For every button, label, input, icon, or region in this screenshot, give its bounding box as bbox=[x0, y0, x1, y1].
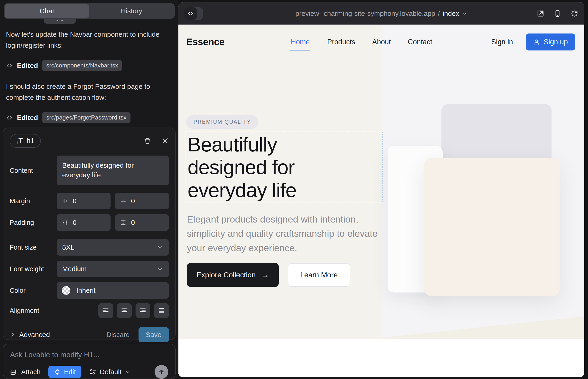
preview-header: preview--charming-site-symphony.lovable.… bbox=[178, 2, 584, 25]
margin-x-input[interactable]: 0 bbox=[57, 193, 110, 209]
margin-vertical-icon bbox=[120, 198, 127, 204]
hero-description: Elegant products designed with intention… bbox=[187, 212, 389, 255]
color-label: Color bbox=[10, 287, 57, 294]
font-weight-label: Font weight bbox=[10, 265, 57, 273]
site-nav: Home Products About Contact bbox=[290, 25, 432, 59]
font-weight-select[interactable]: Medium bbox=[57, 261, 169, 277]
align-right-button[interactable] bbox=[136, 303, 150, 318]
chat-message-list: Now let's update the Navbar component to… bbox=[0, 19, 178, 125]
edited-file-row: Edited src/components/Navbar.tsx bbox=[6, 60, 172, 71]
tab-history[interactable]: History bbox=[89, 4, 174, 18]
margin-horizontal-icon bbox=[62, 198, 68, 204]
content-input[interactable]: Beautifully designed for everyday life bbox=[57, 156, 169, 185]
save-button[interactable]: Save bbox=[139, 327, 169, 342]
advanced-toggle[interactable]: Advanced bbox=[10, 331, 50, 339]
padding-vertical-icon bbox=[120, 219, 127, 226]
font-size-select[interactable]: 5XL bbox=[57, 239, 169, 255]
preview-site: Essence Home Products About Contact Sign… bbox=[178, 25, 584, 377]
content-label: Content bbox=[10, 167, 57, 174]
attach-image-icon bbox=[10, 368, 17, 376]
refresh-button[interactable] bbox=[571, 10, 578, 17]
decor-card-cream bbox=[424, 158, 559, 296]
next-section bbox=[178, 339, 584, 377]
code-icon bbox=[6, 62, 13, 69]
align-left-button[interactable] bbox=[98, 303, 113, 318]
user-icon bbox=[533, 39, 540, 46]
padding-horizontal-icon bbox=[62, 219, 68, 226]
nav-link-about[interactable]: About bbox=[372, 38, 391, 46]
send-button[interactable] bbox=[155, 365, 168, 379]
edited-label: Edited bbox=[17, 62, 38, 69]
padding-label: Padding bbox=[10, 219, 57, 226]
url-separator: / bbox=[438, 10, 440, 17]
color-input[interactable]: Inherit bbox=[57, 282, 169, 299]
padding-y-input[interactable]: 0 bbox=[115, 214, 169, 231]
nav-link-contact[interactable]: Contact bbox=[408, 38, 432, 46]
sliders-icon bbox=[89, 368, 96, 376]
composer-input[interactable] bbox=[10, 350, 168, 359]
align-justify-button[interactable] bbox=[154, 303, 169, 318]
url-host: preview--charming-site-symphony.lovable.… bbox=[295, 10, 435, 17]
edit-mode-button[interactable]: Edit bbox=[48, 366, 81, 378]
close-panel-button[interactable] bbox=[161, 137, 169, 144]
discard-button[interactable]: Discard bbox=[107, 331, 130, 339]
color-swatch bbox=[62, 286, 70, 295]
chevron-down-icon bbox=[157, 266, 163, 272]
align-center-button[interactable] bbox=[117, 303, 132, 318]
decor-diagonal-wedge bbox=[382, 305, 584, 339]
signin-link[interactable]: Sign in bbox=[491, 38, 513, 46]
target-icon bbox=[54, 368, 61, 375]
arrow-right-icon: → bbox=[261, 270, 269, 279]
edited-file-row: Edited src/pages/ForgotPassword.tsx bbox=[6, 112, 172, 123]
code-icon bbox=[6, 114, 13, 121]
attach-button[interactable]: Attach bbox=[10, 368, 41, 376]
padding-x-input[interactable]: 0 bbox=[57, 214, 110, 231]
tab-chat[interactable]: Chat bbox=[5, 4, 89, 18]
chat-sidebar: Chat History Now let's update the Navbar… bbox=[0, 0, 178, 379]
chevron-right-icon bbox=[10, 332, 15, 338]
chat-message: Now let's update the Navbar component to… bbox=[6, 29, 164, 51]
preview-window: preview--charming-site-symphony.lovable.… bbox=[178, 2, 584, 377]
chevron-down-icon bbox=[125, 369, 131, 375]
mobile-view-button[interactable] bbox=[554, 10, 561, 17]
edited-label: Edited bbox=[17, 114, 38, 122]
chevron-down-icon bbox=[157, 244, 163, 251]
nav-link-home[interactable]: Home bbox=[290, 33, 310, 50]
code-icon bbox=[184, 7, 197, 20]
nav-link-products[interactable]: Products bbox=[327, 38, 355, 46]
site-logo[interactable]: Essence bbox=[186, 25, 225, 59]
text-element-icon: тT bbox=[16, 137, 23, 144]
hero-badge: PREMIUM QUALITY bbox=[186, 115, 259, 129]
chat-message: I should also create a Forgot Password p… bbox=[6, 81, 164, 103]
open-external-button[interactable] bbox=[537, 10, 544, 17]
model-select[interactable]: Default bbox=[89, 368, 131, 376]
hero-heading: Beautifully designed for everyday life bbox=[185, 132, 383, 201]
collapsed-chip bbox=[44, 19, 76, 24]
signup-button[interactable]: Sign up bbox=[526, 33, 575, 50]
alignment-label: Alignment bbox=[10, 307, 57, 315]
url-page-select[interactable]: index bbox=[443, 10, 459, 17]
preview-url: preview--charming-site-symphony.lovable.… bbox=[178, 2, 584, 25]
delete-element-button[interactable] bbox=[144, 137, 151, 145]
h1-selection-outline[interactable]: Beautifully designed for everyday life bbox=[185, 132, 383, 202]
element-editor-panel: тT h1 Content Beautifully designed for e… bbox=[3, 127, 176, 340]
font-size-label: Font size bbox=[10, 244, 57, 251]
sidebar-tab-bar: Chat History bbox=[4, 3, 175, 19]
site-navbar: Essence Home Products About Contact Sign… bbox=[178, 25, 584, 59]
file-chip[interactable]: src/components/Navbar.tsx bbox=[42, 60, 123, 71]
margin-y-input[interactable]: 0 bbox=[115, 193, 169, 209]
explore-collection-button[interactable]: Explore Collection → bbox=[187, 263, 279, 287]
code-view-toggle[interactable] bbox=[184, 7, 203, 20]
margin-label: Margin bbox=[10, 197, 57, 205]
element-tag-chip: тT h1 bbox=[10, 134, 41, 148]
hero-section: Essence Home Products About Contact Sign… bbox=[178, 25, 584, 339]
learn-more-button[interactable]: Learn More bbox=[288, 263, 350, 287]
chat-composer: Attach Edit Default bbox=[3, 344, 176, 379]
element-tag-label: h1 bbox=[27, 137, 34, 145]
chevron-down-icon bbox=[462, 11, 467, 16]
file-chip[interactable]: src/pages/ForgotPassword.tsx bbox=[42, 112, 131, 123]
